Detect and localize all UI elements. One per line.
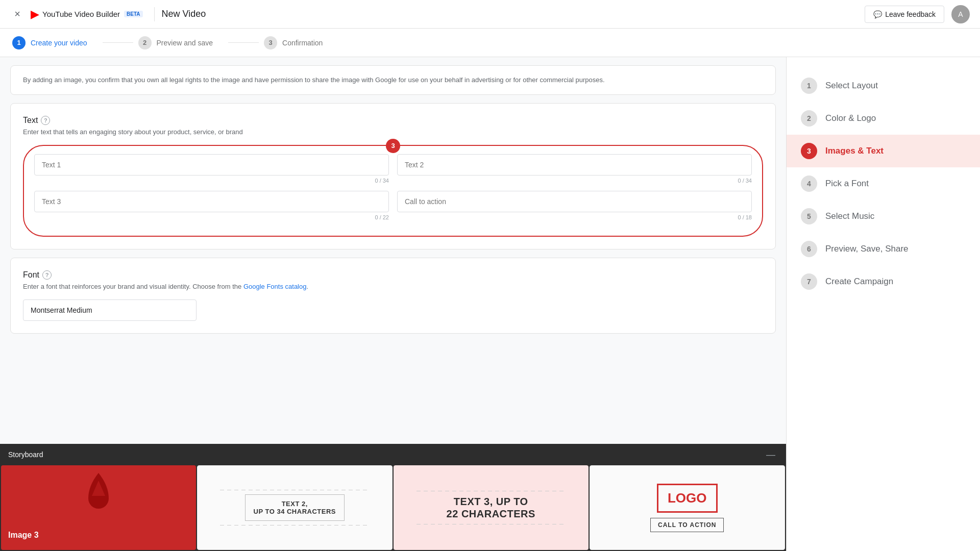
text-help-icon[interactable]: ? [41, 116, 50, 125]
frame-2-text: TEXT 2, UP TO 34 CHARACTERS [245, 494, 345, 521]
step-1-label: Create your video [31, 39, 87, 47]
storyboard-frame-2: TEXT 2, UP TO 34 CHARACTERS [197, 465, 393, 550]
step-3[interactable]: 3 Confirmation [264, 36, 333, 49]
text-row-2: 0 / 22 0 / 18 [34, 191, 752, 226]
page-title: New Video [162, 9, 865, 19]
text-section-title: Text ? [23, 116, 763, 125]
char-count-cta: 0 / 18 [397, 214, 752, 220]
text-field-cta[interactable] [397, 191, 752, 212]
text-section-subtitle: Enter text that tells an engaging story … [23, 128, 763, 136]
sidebar-item-select-music[interactable]: 5 Select Music [787, 200, 980, 233]
info-text: By adding an image, you confirm that you… [23, 76, 605, 84]
sidebar-num-1: 1 [801, 78, 817, 94]
text-field-2-wrap: 0 / 34 [397, 154, 752, 189]
sidebar-label-3: Images & Text [825, 146, 884, 156]
font-help-icon[interactable]: ? [42, 270, 52, 280]
storyboard: Storyboard — Image 3 TEXT 2, [0, 444, 786, 551]
sidebar-num-5: 5 [801, 208, 817, 224]
font-section-subtitle: Enter a font that reinforces your brand … [23, 283, 763, 290]
logo-text: YouTube Video Builder [42, 10, 120, 18]
topbar: × ▶ YouTube Video Builder BETA New Video… [0, 0, 980, 29]
step-3-label: Confirmation [282, 39, 323, 47]
step-1[interactable]: 1 Create your video [12, 36, 97, 49]
text-field-1[interactable] [34, 154, 389, 176]
logo-box: LOGO [657, 484, 718, 513]
info-bar: By adding an image, you confirm that you… [10, 65, 776, 95]
frame-3-inner: TEXT 3, UP TO 22 CHARACTERS [394, 465, 589, 550]
char-count-1: 0 / 34 [34, 178, 389, 184]
text-field-cta-wrap: 0 / 18 [397, 191, 752, 226]
sidebar-label-5: Select Music [825, 211, 874, 221]
sidebar-item-create-campaign[interactable]: 7 Create Campaign [787, 265, 980, 298]
frame-2-inner: TEXT 2, UP TO 34 CHARACTERS [198, 466, 393, 549]
feedback-icon: 💬 [873, 10, 882, 18]
sidebar-num-4: 4 [801, 176, 817, 192]
text-row-1: 0 / 34 0 / 34 [34, 154, 752, 189]
cta-box: CALL TO ACTION [650, 518, 724, 532]
storyboard-frame-4: LOGO CALL TO ACTION [590, 465, 786, 550]
sidebar-item-pick-font[interactable]: 4 Pick a Font [787, 167, 980, 200]
sidebar-num-2: 2 [801, 110, 817, 127]
sidebar-item-select-layout[interactable]: 1 Select Layout [787, 69, 980, 102]
text-step-badge: 3 [386, 139, 400, 153]
sidebar-item-preview-save[interactable]: 6 Preview, Save, Share [787, 233, 980, 265]
text-field-3[interactable] [34, 191, 389, 212]
sidebar-label-1: Select Layout [825, 81, 878, 91]
close-button[interactable]: × [10, 7, 24, 21]
feedback-button[interactable]: 💬 Leave feedback [865, 6, 944, 23]
sidebar-item-color-logo[interactable]: 2 Color & Logo [787, 102, 980, 135]
feedback-label: Leave feedback [885, 10, 936, 18]
storyboard-title: Storyboard [8, 450, 43, 459]
frame-2-dash-bottom [220, 525, 369, 525]
text-field-3-wrap: 0 / 22 [34, 191, 389, 226]
sidebar-label-2: Color & Logo [825, 113, 876, 123]
sidebar-label-7: Create Campaign [825, 277, 893, 287]
step-3-num: 3 [264, 36, 277, 49]
step-1-num: 1 [12, 36, 26, 49]
youtube-icon: ▶ [31, 8, 39, 21]
sidebar-label-6: Preview, Save, Share [825, 244, 909, 254]
text-fields-group: 3 0 / 34 0 / 34 [23, 145, 763, 237]
divider [154, 7, 155, 21]
frame-4-inner: LOGO CALL TO ACTION [590, 466, 785, 549]
step-connector-2 [228, 42, 259, 43]
google-fonts-link[interactable]: Google Fonts catalog [243, 283, 307, 290]
text-field-1-wrap: 0 / 34 [34, 154, 389, 189]
char-count-3: 0 / 22 [34, 214, 389, 220]
sidebar-num-6: 6 [801, 241, 817, 257]
beta-badge: BETA [124, 11, 142, 17]
frame-2-dash-top [220, 490, 369, 490]
frame-1-label: Image 3 [8, 531, 39, 540]
steps-bar: 1 Create your video 2 Preview and save 3… [0, 29, 980, 57]
text-field-2[interactable] [397, 154, 752, 176]
font-section: Font ? Enter a font that reinforces your… [10, 258, 776, 334]
sidebar-label-4: Pick a Font [825, 179, 869, 189]
text-section: Text ? Enter text that tells an engaging… [10, 103, 776, 249]
frame-3-dash-bottom [416, 524, 566, 524]
droplet-icon [81, 470, 116, 516]
step-2[interactable]: 2 Preview and save [138, 36, 224, 49]
sidebar-num-3: 3 [801, 143, 817, 159]
storyboard-frame-1: Image 3 [1, 465, 196, 550]
step-2-label: Preview and save [157, 39, 213, 47]
char-count-2: 0 / 34 [397, 178, 752, 184]
storyboard-header: Storyboard — [0, 444, 786, 465]
storyboard-frames: Image 3 TEXT 2, UP TO 34 CHARACTERS [0, 465, 786, 551]
storyboard-minimize-button[interactable]: — [764, 447, 778, 462]
frame-3-text: TEXT 3, UP TO 22 CHARACTERS [447, 495, 535, 520]
sidebar-num-7: 7 [801, 273, 817, 290]
sidebar: 1 Select Layout 2 Color & Logo 3 Images … [786, 57, 980, 551]
step-connector-1 [103, 42, 133, 43]
frame-3-dash-top [416, 491, 566, 491]
avatar[interactable]: A [951, 5, 970, 23]
font-section-title: Font ? [23, 270, 763, 280]
youtube-logo: ▶ YouTube Video Builder BETA [31, 8, 143, 21]
frame-1-inner: Image 3 [1, 465, 196, 550]
step-2-num: 2 [138, 36, 152, 49]
font-input[interactable] [23, 299, 197, 321]
sidebar-item-images-text[interactable]: 3 Images & Text [787, 135, 980, 167]
storyboard-frame-3: TEXT 3, UP TO 22 CHARACTERS [394, 465, 589, 550]
